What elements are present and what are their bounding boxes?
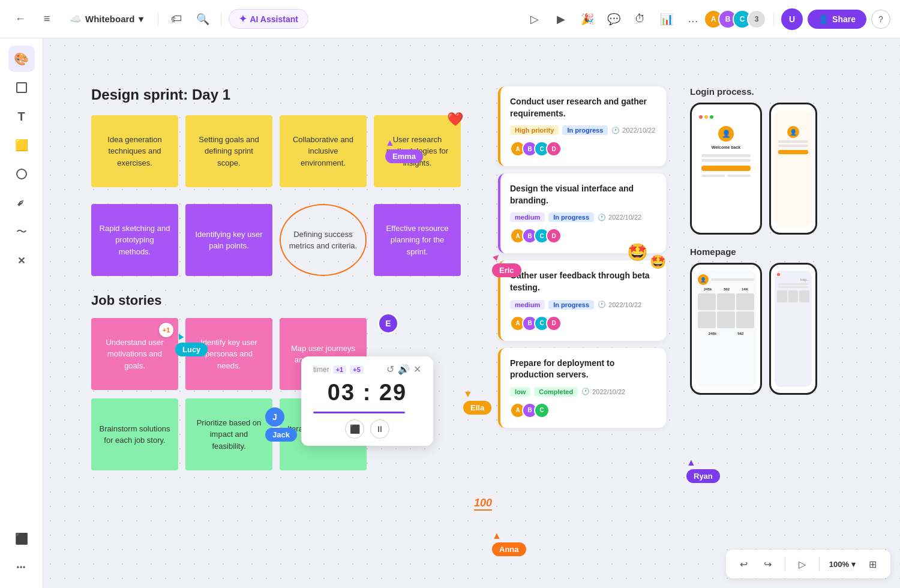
timer-stop-icon: ⬛	[350, 424, 360, 434]
timer-button[interactable]: ⏱	[629, 8, 651, 30]
sticky-green-1[interactable]: Brainstorm solutions for each job story.	[91, 398, 178, 470]
timer-label: timer	[313, 365, 329, 374]
sticky-pink-1[interactable]: +1 Understand user motivations and goals…	[91, 318, 178, 390]
sticky-purple-1[interactable]: Rapid sketching and prototyping methods.	[91, 204, 178, 276]
menu-icon: ≡	[44, 13, 50, 25]
help-button[interactable]: ?	[871, 10, 890, 29]
timer-widget[interactable]: timer +1 +5 ↺ 🔊 ✕ 03 : 29 ⬛ ⏸	[301, 356, 433, 446]
text-tool-button[interactable]: T	[8, 103, 35, 130]
cursor-anna-container: ▲ Anna	[492, 530, 502, 542]
task-status-4: Completed	[534, 387, 578, 397]
phone-login-2: 👤	[769, 103, 817, 235]
timer-sound-icon[interactable]: 🔊	[398, 364, 410, 375]
tag-icon: 🏷	[171, 13, 182, 25]
stat-3: 14K	[742, 287, 748, 291]
sticky-tool-button[interactable]: 🟨	[8, 132, 35, 158]
grid-item-1	[698, 293, 716, 310]
fit-screen-button[interactable]: ⊞	[863, 554, 882, 574]
zoom-chevron: ▾	[851, 560, 856, 569]
sticky-yellow-3[interactable]: Collaborative and inclusive environment.	[280, 115, 367, 187]
shape-tool-button[interactable]	[8, 161, 35, 187]
phone-login-1: 👤 Welcome back	[690, 103, 762, 235]
app-name-label: Whiteboard	[85, 14, 135, 24]
frame-tool-button[interactable]	[8, 74, 35, 101]
sticky-text-6: Identifying key user pain points.	[193, 229, 265, 252]
template-tool-button[interactable]: ⬛	[8, 526, 35, 552]
task-avatars-2: A B C D	[510, 228, 656, 244]
more-tools-button[interactable]: …	[682, 8, 704, 30]
back-icon: ←	[15, 13, 26, 25]
present-icon: ▷	[799, 559, 806, 570]
task-avatars-3: A B C D	[510, 316, 656, 331]
task-card-1[interactable]: Conduct user research and gather require…	[498, 86, 666, 166]
fit-icon: ⊞	[869, 559, 877, 570]
task-title-1: Conduct user research and gather require…	[510, 96, 656, 119]
tag-button[interactable]: 🏷	[166, 8, 187, 30]
share-button[interactable]: 👤 Share	[808, 10, 866, 29]
back-button[interactable]: ←	[10, 8, 31, 30]
shape-icon	[16, 169, 27, 179]
cloud-icon: ☁️	[70, 13, 82, 25]
timer-refresh-icon[interactable]: ↺	[386, 364, 394, 375]
play-icon: ▶	[557, 13, 565, 26]
draw-tool-button[interactable]: 〜	[8, 218, 35, 245]
task-card-3[interactable]: Gather user feedback through beta testin…	[498, 260, 666, 340]
sticky-yellow-1[interactable]: Idea generation techniques and exercises…	[91, 115, 178, 187]
sticky-text-9: Understand user motivations and goals.	[98, 337, 171, 372]
template-icon: ⬛	[15, 532, 28, 545]
grid-item-6	[736, 311, 754, 328]
task-card-4[interactable]: Prepare for deployment to production ser…	[498, 348, 666, 428]
sticky-yellow-4[interactable]: User research methodologies for insights…	[374, 115, 461, 187]
sticky-pink-2[interactable]: Identify key user personas and needs.	[185, 318, 272, 390]
current-user-avatar: U	[781, 8, 803, 30]
play-button[interactable]: ▶	[550, 8, 572, 30]
pen-tool-button[interactable]: ✒	[8, 190, 35, 216]
canvas-area: Design sprint: Day 1 Idea generation tec…	[43, 38, 900, 588]
toolbar: ← ≡ ☁️ Whiteboard ▾ 🏷 🔍 ✦ AI Assistant ▷…	[0, 0, 900, 38]
sticky-yellow-2[interactable]: Setting goals and defining sprint scope.	[185, 115, 272, 187]
more-icon: …	[688, 13, 698, 25]
sticky-purple-3[interactable]: Defining success metrics and criteria.	[280, 204, 367, 276]
sticky-green-2[interactable]: Prioritize based on impact and feasibili…	[185, 398, 272, 470]
ai-assistant-button[interactable]: ✦ AI Assistant	[229, 9, 308, 29]
celebrate-button[interactable]: 🎉	[577, 8, 598, 30]
plus-badge: +1	[159, 323, 173, 337]
divider-1	[158, 12, 158, 26]
chat-button[interactable]: 💬	[603, 8, 625, 30]
task-avatar-1d: D	[546, 141, 562, 157]
divider-3	[773, 12, 774, 26]
clock-icon-2: 🕐	[598, 214, 606, 221]
phone-input-1	[701, 154, 751, 157]
connector-tool-button[interactable]: ✕	[8, 247, 35, 274]
task-avatar-3d: D	[546, 316, 562, 331]
undo-button[interactable]: ↩	[734, 554, 754, 574]
sticky-purple-4[interactable]: Effective resource planning for the spri…	[374, 204, 461, 276]
task-badges-3: medium In progress 🕐 2022/10/22	[510, 300, 656, 310]
hp2-g3	[799, 290, 809, 302]
cursor-mode-button[interactable]: ▷	[524, 8, 545, 30]
timer-close-icon[interactable]: ✕	[413, 364, 421, 375]
timer-controls: ⬛ ⏸	[313, 419, 421, 439]
palette-tool-button[interactable]: 🎨	[8, 46, 35, 72]
chart-button[interactable]: 📊	[656, 8, 677, 30]
timer-stop-button[interactable]: ⬛	[345, 419, 364, 439]
zoom-control[interactable]: 100% ▾	[827, 560, 858, 569]
redo-button[interactable]: ↪	[758, 554, 778, 574]
menu-button[interactable]: ≡	[36, 8, 58, 30]
divider-2	[221, 12, 221, 26]
phone-footer-1	[701, 175, 725, 177]
cursor-label-anna: Anna	[492, 542, 526, 556]
timer-pause-button[interactable]: ⏸	[370, 419, 389, 439]
cursor-label-ryan: Ryan	[686, 469, 720, 483]
more-tools-sidebar-button[interactable]: •••	[8, 554, 35, 581]
left-sidebar: 🎨 T 🟨 ✒ 〜 ✕ ⬛ •••	[0, 38, 43, 588]
task-card-2[interactable]: Design the visual interface and branding…	[498, 173, 666, 253]
cursor-anna-arrow: ▲	[492, 530, 502, 541]
present-button[interactable]: ▷	[793, 554, 812, 574]
search-button[interactable]: 🔍	[192, 8, 214, 30]
app-name-button[interactable]: ☁️ Whiteboard ▾	[62, 10, 151, 28]
task-status-2: In progress	[548, 212, 594, 222]
sticky-purple-2[interactable]: Identifying key user pain points.	[185, 204, 272, 276]
sticky-text-1: Idea generation techniques and exercises…	[98, 134, 171, 169]
task-date-2: 🕐 2022/10/22	[598, 214, 641, 221]
